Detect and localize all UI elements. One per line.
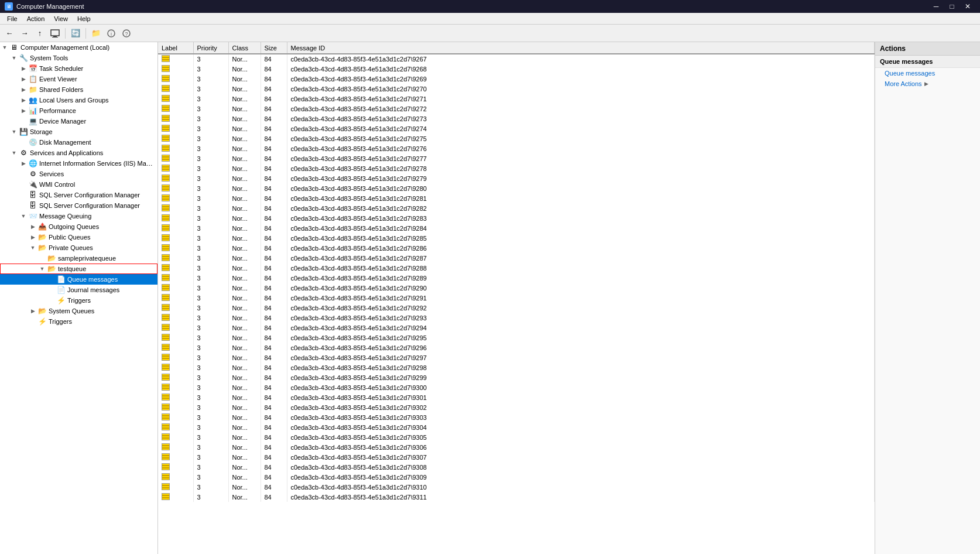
- tree-item-triggers-testqueue[interactable]: ▶ ⚡ Triggers: [0, 295, 157, 306]
- expander-performance[interactable]: ▶: [19, 105, 28, 116]
- tree-item-iis[interactable]: ▶ 🌐 Internet Information Services (IIS) …: [0, 158, 157, 169]
- tree-item-triggers-root[interactable]: ▶ ⚡ Triggers: [0, 316, 157, 327]
- tree-item-message-queuing[interactable]: ▼ 📨 Message Queuing: [0, 211, 157, 221]
- table-row[interactable]: 3Nor...84c0eda3cb-43cd-4d83-85f3-4e51a3d…: [158, 343, 875, 353]
- table-row[interactable]: 3Nor...84c0eda3cb-43cd-4d83-85f3-4e51a3d…: [158, 94, 875, 104]
- expander-iis[interactable]: ▶: [19, 158, 28, 169]
- table-row[interactable]: 3Nor...84c0eda3cb-43cd-4d83-85f3-4e51a3d…: [158, 253, 875, 263]
- table-row[interactable]: 3Nor...84c0eda3cb-43cd-4d83-85f3-4e51a3d…: [158, 223, 875, 233]
- table-row[interactable]: 3Nor...84c0eda3cb-43cd-4d83-85f3-4e51a3d…: [158, 283, 875, 293]
- tree-item-storage[interactable]: ▼ 💾 Storage: [0, 126, 157, 137]
- tree-item-disk-management[interactable]: ▶ 💿 Disk Management: [0, 137, 157, 148]
- table-row[interactable]: 3Nor...84c0eda3cb-43cd-4d83-85f3-4e51a3d…: [158, 412, 875, 422]
- expander-task-scheduler[interactable]: ▶: [19, 63, 28, 74]
- tree-item-outgoing-queues[interactable]: ▶ 📤 Outgoing Queues: [0, 221, 157, 232]
- table-row[interactable]: 3Nor...84c0eda3cb-43cd-4d83-85f3-4e51a3d…: [158, 124, 875, 134]
- tree-item-device-manager[interactable]: ▶ 💻 Device Manager: [0, 116, 157, 126]
- tree-item-shared-folders[interactable]: ▶ 📁 Shared Folders: [0, 84, 157, 95]
- expander-local-users-groups[interactable]: ▶: [19, 95, 28, 105]
- toolbar-computer-button[interactable]: [48, 26, 62, 40]
- tree-item-wmi[interactable]: ▶ 🔌 WMI Control: [0, 179, 157, 190]
- table-row[interactable]: 3Nor...84c0eda3cb-43cd-4d83-85f3-4e51a3d…: [158, 382, 875, 392]
- tree-item-services[interactable]: ▶ ⚙ Services: [0, 169, 157, 179]
- expander-computer-management[interactable]: ▼: [0, 42, 9, 53]
- toolbar-folder-button[interactable]: 📁: [89, 26, 103, 40]
- col-message-id[interactable]: Message ID: [287, 42, 875, 54]
- maximize-button[interactable]: □: [944, 0, 960, 13]
- table-row[interactable]: 3Nor...84c0eda3cb-43cd-4d83-85f3-4e51a3d…: [158, 392, 875, 402]
- menu-view[interactable]: View: [49, 14, 73, 23]
- tree-item-sql1[interactable]: ▶ 🗄 SQL Server Configuration Manager: [0, 190, 157, 200]
- table-row[interactable]: 3Nor...84c0eda3cb-43cd-4d83-85f3-4e51a3d…: [158, 333, 875, 343]
- toolbar-back-button[interactable]: ←: [2, 26, 16, 40]
- expander-message-queuing[interactable]: ▼: [19, 211, 28, 221]
- tree-item-task-scheduler[interactable]: ▶ 📅 Task Scheduler: [0, 63, 157, 74]
- table-row[interactable]: 3Nor...84c0eda3cb-43cd-4d83-85f3-4e51a3d…: [158, 273, 875, 283]
- table-row[interactable]: 3Nor...84c0eda3cb-43cd-4d83-85f3-4e51a3d…: [158, 183, 875, 193]
- tree-item-event-viewer[interactable]: ▶ 📋 Event Viewer: [0, 74, 157, 84]
- table-row[interactable]: 3Nor...84c0eda3cb-43cd-4d83-85f3-4e51a3d…: [158, 203, 875, 213]
- table-row[interactable]: 3Nor...84c0eda3cb-43cd-4d83-85f3-4e51a3d…: [158, 173, 875, 183]
- table-row[interactable]: 3Nor...84c0eda3cb-43cd-4d83-85f3-4e51a3d…: [158, 293, 875, 303]
- tree-item-system-tools[interactable]: ▼ 🔧 System Tools: [0, 53, 157, 63]
- minimize-button[interactable]: ─: [928, 0, 944, 13]
- expander-private-queues[interactable]: ▼: [28, 242, 37, 253]
- col-class[interactable]: Class: [228, 42, 261, 54]
- table-row[interactable]: 3Nor...84c0eda3cb-43cd-4d83-85f3-4e51a3d…: [158, 213, 875, 223]
- menu-file[interactable]: File: [2, 14, 22, 23]
- tree-item-testqueue[interactable]: ▼ 📂 testqueue: [0, 264, 157, 274]
- close-button[interactable]: ✕: [960, 0, 975, 13]
- tree-item-sampleprivatequeue[interactable]: ▶ 📂 sampleprivatequeue: [0, 253, 157, 264]
- table-row[interactable]: 3Nor...84c0eda3cb-43cd-4d83-85f3-4e51a3d…: [158, 104, 875, 114]
- table-row[interactable]: 3Nor...84c0eda3cb-43cd-4d83-85f3-4e51a3d…: [158, 84, 875, 94]
- table-row[interactable]: 3Nor...84c0eda3cb-43cd-4d83-85f3-4e51a3d…: [158, 372, 875, 382]
- expander-event-viewer[interactable]: ▶: [19, 74, 28, 84]
- toolbar-help-button[interactable]: ?: [119, 26, 133, 40]
- table-row[interactable]: 3Nor...84c0eda3cb-43cd-4d83-85f3-4e51a3d…: [158, 263, 875, 273]
- action-more-actions[interactable]: More Actions ▶: [875, 78, 980, 89]
- tree-item-performance[interactable]: ▶ 📊 Performance: [0, 105, 157, 116]
- toolbar-forward-button[interactable]: →: [18, 26, 32, 40]
- table-row[interactable]: 3Nor...84c0eda3cb-43cd-4d83-85f3-4e51a3d…: [158, 64, 875, 74]
- col-size[interactable]: Size: [261, 42, 287, 54]
- tree-item-public-queues[interactable]: ▶ 📂 Public Queues: [0, 232, 157, 242]
- table-row[interactable]: 3Nor...84c0eda3cb-43cd-4d83-85f3-4e51a3d…: [158, 472, 875, 482]
- action-queue-messages[interactable]: Queue messages: [875, 68, 980, 78]
- menu-help[interactable]: Help: [73, 14, 95, 23]
- table-row[interactable]: 3Nor...84c0eda3cb-43cd-4d83-85f3-4e51a3d…: [158, 74, 875, 84]
- tree-item-queue-messages[interactable]: ▶ 📄 Queue messages: [0, 274, 157, 285]
- table-row[interactable]: 3Nor...84c0eda3cb-43cd-4d83-85f3-4e51a3d…: [158, 452, 875, 462]
- table-row[interactable]: 3Nor...84c0eda3cb-43cd-4d83-85f3-4e51a3d…: [158, 313, 875, 323]
- tree-item-private-queues[interactable]: ▼ 📂 Private Queues: [0, 242, 157, 253]
- table-row[interactable]: 3Nor...84c0eda3cb-43cd-4d83-85f3-4e51a3d…: [158, 482, 875, 492]
- table-row[interactable]: 3Nor...84c0eda3cb-43cd-4d83-85f3-4e51a3d…: [158, 233, 875, 243]
- table-row[interactable]: 3Nor...84c0eda3cb-43cd-4d83-85f3-4e51a3d…: [158, 143, 875, 153]
- table-row[interactable]: 3Nor...84c0eda3cb-43cd-4d83-85f3-4e51a3d…: [158, 422, 875, 432]
- tree-item-journal-messages[interactable]: ▶ 📄 Journal messages: [0, 285, 157, 295]
- tree-panel[interactable]: ▼ 🖥 Computer Management (Local) ▼ 🔧 Syst…: [0, 42, 158, 554]
- col-priority[interactable]: Priority: [193, 42, 228, 54]
- tree-item-local-users-groups[interactable]: ▶ 👥 Local Users and Groups: [0, 95, 157, 105]
- table-row[interactable]: 3Nor...84c0eda3cb-43cd-4d83-85f3-4e51a3d…: [158, 153, 875, 163]
- table-row[interactable]: 3Nor...84c0eda3cb-43cd-4d83-85f3-4e51a3d…: [158, 134, 875, 143]
- table-row[interactable]: 3Nor...84c0eda3cb-43cd-4d83-85f3-4e51a3d…: [158, 303, 875, 313]
- table-row[interactable]: 3Nor...84c0eda3cb-43cd-4d83-85f3-4e51a3d…: [158, 402, 875, 412]
- expander-system-queues[interactable]: ▶: [28, 306, 37, 316]
- toolbar-properties-button[interactable]: i: [104, 26, 118, 40]
- expander-public-queues[interactable]: ▶: [28, 232, 37, 242]
- table-row[interactable]: 3Nor...84c0eda3cb-43cd-4d83-85f3-4e51a3d…: [158, 54, 875, 64]
- expander-system-tools[interactable]: ▼: [9, 53, 19, 63]
- expander-testqueue[interactable]: ▼: [37, 264, 47, 274]
- tree-item-sql2[interactable]: ▶ 🗄 SQL Server Configuration Manager: [0, 200, 157, 211]
- tree-item-system-queues[interactable]: ▶ 📂 System Queues: [0, 306, 157, 316]
- table-row[interactable]: 3Nor...84c0eda3cb-43cd-4d83-85f3-4e51a3d…: [158, 353, 875, 363]
- expander-services-apps[interactable]: ▼: [9, 148, 19, 158]
- table-row[interactable]: 3Nor...84c0eda3cb-43cd-4d83-85f3-4e51a3d…: [158, 432, 875, 442]
- tree-item-computer-management[interactable]: ▼ 🖥 Computer Management (Local): [0, 42, 157, 53]
- toolbar-up-button[interactable]: ↑: [33, 26, 47, 40]
- col-label[interactable]: Label: [158, 42, 193, 54]
- toolbar-refresh-button[interactable]: 🔄: [68, 26, 83, 40]
- menu-action[interactable]: Action: [22, 14, 50, 23]
- expander-storage[interactable]: ▼: [9, 126, 19, 137]
- table-row[interactable]: 3Nor...84c0eda3cb-43cd-4d83-85f3-4e51a3d…: [158, 163, 875, 173]
